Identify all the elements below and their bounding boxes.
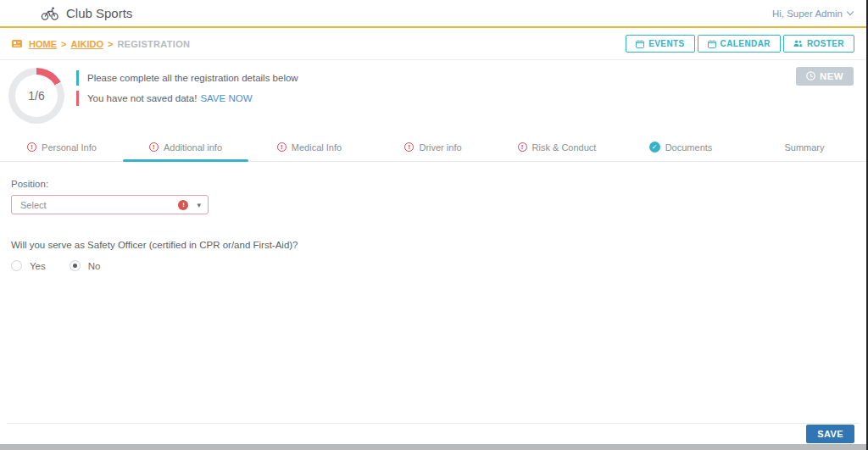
breadcrumb-separator: >: [108, 39, 113, 49]
tab-additional-info[interactable]: Additional info: [124, 133, 248, 161]
window-bottom-edge: [0, 444, 866, 450]
tab-personal-info[interactable]: Personal Info: [0, 133, 124, 161]
radio-yes-label: Yes: [30, 261, 46, 271]
tab-medical-info[interactable]: Medical Info: [248, 133, 371, 161]
calendar-button[interactable]: CALENDAR: [698, 35, 781, 53]
alert-info: Please complete all the registration det…: [76, 70, 298, 86]
club-sports-page: Club Sports Hi, Super Admin HOME > AIKID…: [0, 0, 868, 450]
brand: Club Sports: [41, 6, 132, 20]
registration-status-section: 1/6 Please complete all the registration…: [0, 60, 866, 133]
radio-no-label: No: [88, 261, 101, 271]
position-label: Position:: [11, 179, 854, 189]
roster-button[interactable]: ROSTER: [783, 35, 854, 53]
save-button[interactable]: SAVE: [806, 425, 854, 443]
safety-officer-question: Will you serve as Safety Officer (certif…: [11, 240, 854, 250]
user-menu[interactable]: Hi, Super Admin: [772, 8, 853, 19]
tab-label: Personal Info: [42, 142, 97, 153]
alert-unsaved-text: You have not saved data!: [87, 93, 197, 103]
tab-label: Medical Info: [292, 142, 342, 153]
tab-risk-conduct[interactable]: Risk & Conduct: [495, 133, 619, 161]
position-select-value: Select: [20, 200, 178, 210]
events-button-label: EVENTS: [648, 39, 684, 48]
breadcrumb-row: HOME > AIKIDO > REGISTRATION EVENTS: [0, 28, 866, 60]
progress-donut: 1/6: [8, 68, 64, 124]
id-card-icon: [12, 39, 22, 48]
alert-bar: [76, 70, 79, 86]
breadcrumb: HOME > AIKIDO > REGISTRATION: [12, 39, 190, 49]
chevron-down-icon: ▾: [197, 201, 201, 209]
alerts: Please complete all the registration det…: [76, 70, 298, 106]
calendar-icon: [708, 40, 716, 48]
radio-yes[interactable]: Yes: [11, 260, 46, 271]
tab-documents[interactable]: Documents: [619, 133, 743, 161]
progress-label: 1/6: [28, 89, 44, 103]
toolbar: EVENTS CALENDAR: [626, 35, 854, 53]
safety-officer-options: Yes No: [11, 260, 854, 271]
error-icon: !: [178, 200, 188, 210]
alert-bar: [76, 91, 79, 106]
save-now-link[interactable]: SAVE NOW: [200, 93, 252, 103]
tab-summary[interactable]: Summary: [743, 133, 866, 161]
radio-no[interactable]: No: [70, 260, 101, 271]
people-icon: [793, 40, 803, 47]
footer-divider: [7, 423, 860, 424]
error-status-icon: [404, 142, 414, 152]
breadcrumb-home[interactable]: HOME: [29, 39, 57, 49]
radio-circle: [70, 260, 81, 271]
tab-label: Driver info: [419, 142, 461, 153]
user-menu-label: Hi, Super Admin: [772, 8, 843, 19]
calendar-icon: [636, 40, 644, 48]
new-button-label: NEW: [820, 71, 843, 81]
breadcrumb-registration: REGISTRATION: [117, 39, 190, 49]
breadcrumb-aikido[interactable]: AIKIDO: [70, 39, 103, 49]
new-button[interactable]: NEW: [796, 67, 854, 86]
radio-circle: [11, 260, 22, 271]
additional-info-form: Position: Select ! ▾ Will you serve as S…: [0, 162, 866, 271]
top-header: Club Sports Hi, Super Admin: [0, 0, 866, 28]
tab-label: Summary: [784, 142, 824, 153]
alert-unsaved: You have not saved data! SAVE NOW: [76, 91, 298, 106]
error-status-icon: [277, 142, 287, 152]
error-status-icon: [518, 142, 527, 152]
error-status-icon: [27, 142, 36, 152]
error-status-icon: [149, 142, 159, 152]
tab-driver-info[interactable]: Driver info: [371, 133, 495, 161]
app-title: Club Sports: [66, 6, 132, 20]
calendar-button-label: CALENDAR: [721, 39, 771, 48]
check-status-icon: [649, 142, 660, 153]
breadcrumb-separator: >: [61, 39, 66, 49]
registration-tabs: Personal Info Additional info Medical In…: [0, 133, 866, 162]
events-button[interactable]: EVENTS: [626, 35, 694, 53]
bicycle-icon: [41, 7, 59, 20]
tab-label: Risk & Conduct: [532, 142, 597, 153]
clock-icon: [806, 71, 815, 82]
roster-button-label: ROSTER: [807, 39, 844, 48]
position-select[interactable]: Select ! ▾: [11, 195, 209, 214]
tab-label: Documents: [665, 142, 713, 153]
alert-info-text: Please complete all the registration det…: [87, 73, 298, 83]
chevron-down-icon: [847, 8, 854, 15]
tab-label: Additional info: [164, 142, 222, 153]
